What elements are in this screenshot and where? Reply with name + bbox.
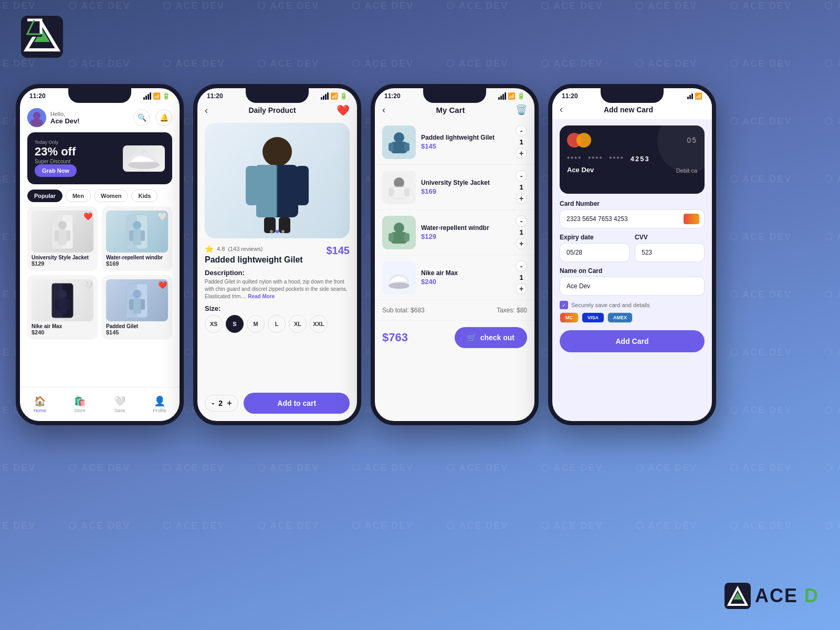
size-l[interactable]: L <box>268 315 286 333</box>
add-to-cart-button[interactable]: Add to cart <box>244 393 350 414</box>
cqty-plus-1[interactable]: + <box>516 148 527 159</box>
size-xl[interactable]: XL <box>289 315 307 333</box>
cat-kids[interactable]: Kids <box>131 190 158 202</box>
card-partial-number: 05 <box>687 136 697 144</box>
cqty-plus-3[interactable]: + <box>516 238 527 249</box>
size-m[interactable]: M <box>247 315 265 333</box>
nav-save[interactable]: 🤍 Save <box>100 387 140 421</box>
trash-icon[interactable]: 🗑️ <box>516 104 527 116</box>
bottom-brand-name: ACE D <box>755 585 819 607</box>
cart-total: $763 <box>382 331 408 344</box>
expiry-input[interactable] <box>560 243 629 262</box>
amex-badge: AMEX <box>607 312 633 323</box>
cart-back-button[interactable]: ‹ <box>382 104 385 116</box>
product-card-1[interactable]: ❤️ University Style Jacket $129 <box>27 206 98 271</box>
greeting-hello: Hello, <box>50 111 80 117</box>
cart-item-img-4 <box>382 261 416 295</box>
svg-rect-25 <box>66 299 70 310</box>
card-form: Card Number Expiry date CVV Name on Card <box>552 200 712 352</box>
svg-rect-12 <box>55 230 59 241</box>
product-name-3: Nike air Max <box>32 323 93 329</box>
mastercard-badge: MC <box>560 312 579 323</box>
cqty-minus-1[interactable]: - <box>516 125 527 136</box>
svg-rect-11 <box>58 229 67 245</box>
cqty-minus-4[interactable]: - <box>516 260 527 272</box>
nav-store[interactable]: 🛍️ Store <box>60 387 100 421</box>
svg-rect-19 <box>141 230 145 241</box>
product-detail-header: ‹ Daily Product ❤️ <box>197 100 357 121</box>
expiry-cvv-row: Expiry date CVV <box>560 234 705 267</box>
favorite-button[interactable]: ❤️ <box>337 104 350 117</box>
svg-rect-47 <box>404 188 410 196</box>
save-card-label: Securely save card and details <box>571 302 650 308</box>
cqty-minus-2[interactable]: - <box>516 170 527 182</box>
read-more-link[interactable]: Read More <box>248 293 275 299</box>
cvv-field: CVV <box>635 234 705 262</box>
cqty-plus-2[interactable]: + <box>516 193 527 204</box>
svg-rect-17 <box>133 229 141 245</box>
bottom-logo-icon <box>724 583 751 609</box>
save-card-row: ✓ Securely save card and details <box>560 301 705 309</box>
description-content: Padded Gilet in quilted nylon with a hoo… <box>205 279 348 299</box>
nav-home[interactable]: 🏠 Home <box>20 387 60 421</box>
product-card-4[interactable]: ❤️ Padded Gilet $145 <box>102 275 172 340</box>
add-card-button[interactable]: Add Card <box>560 330 705 352</box>
time-2: 11:20 <box>207 92 223 100</box>
svg-rect-51 <box>404 233 410 242</box>
card-brand-icon <box>684 214 699 224</box>
nav-store-label: Store <box>74 408 86 413</box>
size-xxl[interactable]: XXL <box>310 315 328 333</box>
product-card-3[interactable]: 🤍 Nike air Max $240 <box>27 275 98 340</box>
cat-men[interactable]: Men <box>66 190 91 202</box>
name-on-card-input[interactable] <box>560 277 705 296</box>
avatar <box>27 108 46 127</box>
back-button[interactable]: ‹ <box>205 105 208 116</box>
qty-plus[interactable]: + <box>227 398 232 408</box>
svg-point-16 <box>133 221 141 229</box>
category-tabs: Popular Men Women Kids <box>27 190 172 202</box>
save-card-checkbox[interactable]: ✓ <box>560 301 568 309</box>
cqty-plus-4[interactable]: + <box>516 283 527 295</box>
cart-item-info-2: University Style Jacket $169 <box>421 179 510 195</box>
cqty-val-4: 1 <box>519 274 523 281</box>
cat-popular[interactable]: Popular <box>27 190 62 202</box>
size-xs[interactable]: XS <box>205 315 223 333</box>
search-icon-btn[interactable]: 🔍 <box>133 109 150 126</box>
bell-icon-btn[interactable]: 🔔 <box>155 109 172 126</box>
hero-dots <box>270 230 285 233</box>
quantity-control: - 2 + <box>205 395 238 412</box>
nav-home-label: Home <box>34 408 46 413</box>
product-detail-name: Padded lightweight Gilet <box>205 255 303 265</box>
nav-profile[interactable]: 👤 Profile <box>140 387 180 421</box>
cat-women[interactable]: Women <box>94 190 129 202</box>
heart-btn-3[interactable]: 🤍 <box>82 279 93 291</box>
product-detail-price: $145 <box>327 245 350 257</box>
checkout-button[interactable]: 🛒 check out <box>455 327 527 348</box>
card-chip-row: 05 <box>567 133 697 148</box>
cqty-val-2: 1 <box>519 183 523 191</box>
grab-now-button[interactable]: Grab Now <box>35 164 77 177</box>
cart-item-1: Padded lightweight Gilet $145 - 1 + <box>375 120 534 165</box>
cqty-minus-3[interactable]: - <box>516 215 527 227</box>
cqty-val-1: 1 <box>519 138 523 146</box>
product-card-2[interactable]: 🤍 Water-repellent windbr $169 <box>102 206 172 271</box>
cart-totals: Sub total: $683 Taxes: $80 <box>375 300 534 321</box>
cart-item-img-3 <box>382 216 416 249</box>
card-number-input[interactable] <box>560 209 705 228</box>
heart-btn-2[interactable]: 🤍 <box>156 211 168 222</box>
size-s[interactable]: S <box>226 315 244 333</box>
cart-item-name-3: Water-repellent windbr <box>421 224 510 232</box>
profile-icon: 👤 <box>154 395 165 407</box>
subtotal-text: Sub total: <box>382 307 409 314</box>
dot-3 <box>281 230 285 233</box>
heart-btn-1[interactable]: ❤️ <box>82 211 93 222</box>
header-icons: 🔍 🔔 <box>133 109 172 126</box>
size-label: Size: <box>205 304 350 312</box>
svg-rect-43 <box>404 143 410 151</box>
card-num-4: 4253 <box>631 155 650 163</box>
heart-btn-4[interactable]: ❤️ <box>156 279 168 291</box>
cvv-input[interactable] <box>635 243 705 262</box>
qty-minus[interactable]: - <box>212 398 214 408</box>
card-number-display: **** **** **** 4253 <box>567 155 697 163</box>
add-card-back-button[interactable]: ‹ <box>560 104 563 115</box>
